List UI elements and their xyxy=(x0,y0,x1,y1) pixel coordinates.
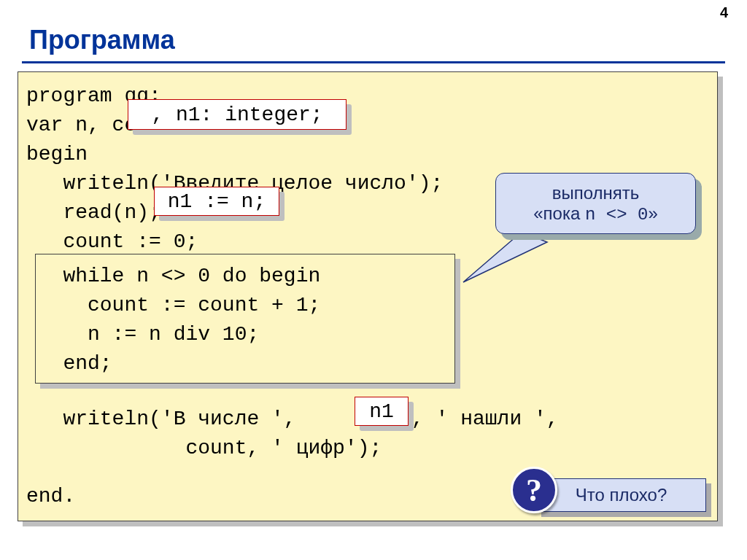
note-line2-prefix: «пока xyxy=(533,203,585,223)
code-line-writeln-c: count, ' цифр'); xyxy=(26,433,382,464)
question-box: Что плохо? xyxy=(536,478,706,512)
code-line-writeln-a: writeln('В числе ', xyxy=(26,404,296,435)
question-icon: ? xyxy=(511,467,557,513)
code-line-5: read(n); xyxy=(26,198,161,228)
page-title: Программа xyxy=(29,25,175,55)
note-box: выполнять «пока n <> 0» xyxy=(495,173,696,234)
code-line-div: n := n div 10; xyxy=(26,319,259,350)
callout-n1-use: n1 xyxy=(355,397,409,426)
page-number: 4 xyxy=(720,4,728,21)
slide: 4 Программа program qq; var n, count beg… xyxy=(0,0,747,560)
note-line1: выполнять xyxy=(552,183,640,203)
code-line-end: end; xyxy=(26,349,112,379)
code-line-countinc: count := count + 1; xyxy=(26,290,320,321)
note-line2-code: n <> 0 xyxy=(585,205,648,225)
code-line-3: begin xyxy=(26,139,88,170)
code-line-endprog: end. xyxy=(26,481,75,512)
callout-n1-decl: , n1: integer; xyxy=(128,99,347,130)
code-line-6: count := 0; xyxy=(26,227,198,257)
note-line2-suffix: » xyxy=(648,203,657,223)
callout-n1-assign: n1 := n; xyxy=(154,187,279,216)
code-line-writeln-b: , ' нашли ', xyxy=(411,404,559,435)
title-underline xyxy=(22,61,725,63)
code-line-while: while n <> 0 do begin xyxy=(26,261,320,292)
note-line2: «пока n <> 0» xyxy=(533,203,658,225)
